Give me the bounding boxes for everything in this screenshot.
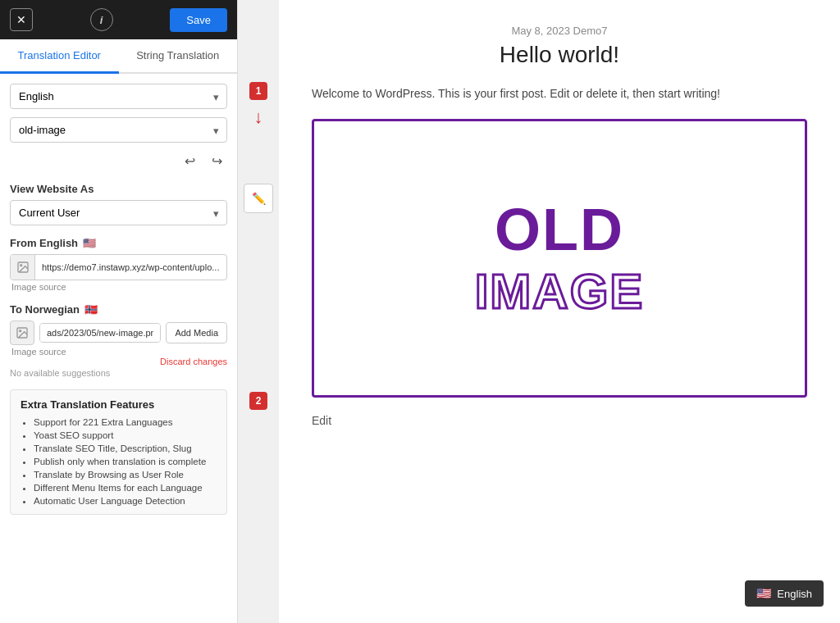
extra-features-list: Support for 221 Extra Languages Yoast SE… (21, 417, 217, 506)
undo-redo-bar: ↩ ↪ (10, 151, 227, 171)
left-panel: ✕ i Save Translation Editor String Trans… (0, 0, 238, 623)
from-english-label: From English 🇺🇸 (10, 237, 227, 249)
english-language-bar[interactable]: 🇺🇸 English (745, 580, 824, 607)
view-website-section: View Website As Current User (10, 180, 227, 225)
list-item: Translate by Browsing as User Role (34, 470, 217, 480)
post-meta: May 8, 2023 Demo7 (312, 25, 807, 37)
to-norwegian-row: Add Media (10, 321, 227, 345)
list-item: Publish only when translation is complet… (34, 457, 217, 466)
english-bar-label: English (777, 588, 812, 600)
view-website-label: View Website As (10, 183, 227, 195)
close-icon: ✕ (16, 13, 26, 26)
info-button[interactable]: i (90, 8, 113, 31)
list-item: Support for 221 Extra Languages (34, 417, 217, 427)
edit-label: Edit (312, 414, 807, 427)
svg-point-1 (20, 265, 21, 266)
image-preview: OLD IMAGE (312, 119, 807, 398)
no-suggestions-text: No available suggestions (10, 368, 227, 378)
us-flag-icon: 🇺🇸 (756, 586, 772, 601)
to-norwegian-section: To Norwegian 🇳🇴 Add Media Image source D… (10, 300, 227, 378)
badge-2: 2 (249, 392, 267, 410)
from-english-image-field (10, 254, 227, 280)
tab-string-translation[interactable]: String Translation (119, 39, 238, 74)
pencil-icon: ✏️ (252, 192, 266, 205)
from-english-field-label: Image source (11, 282, 227, 292)
current-user-select[interactable]: Current User (10, 200, 227, 225)
badge-1: 1 (249, 82, 267, 100)
old-text-line1: OLD (475, 200, 645, 259)
source-select[interactable]: old-image (10, 117, 227, 143)
add-media-button[interactable]: Add Media (166, 322, 227, 343)
old-image-text: OLD IMAGE (475, 200, 645, 316)
language-select[interactable]: English (10, 84, 227, 109)
post-excerpt: Welcome to WordPress. This is your first… (312, 84, 807, 102)
current-user-select-wrapper[interactable]: Current User (10, 200, 227, 225)
list-item: Different Menu Items for each Language (34, 483, 217, 493)
from-english-thumb (11, 255, 35, 280)
svg-point-3 (20, 330, 21, 332)
from-english-url-input[interactable] (35, 258, 226, 276)
language-select-wrapper[interactable]: English (10, 84, 227, 109)
extra-features-title: Extra Translation Features (21, 398, 217, 411)
to-norwegian-label: To Norwegian 🇳🇴 (10, 303, 227, 316)
from-english-section: From English 🇺🇸 Image source (10, 234, 227, 292)
to-norwegian-field-label: Image source (11, 347, 227, 357)
list-item: Translate SEO Title, Description, Slug (34, 443, 217, 453)
to-norwegian-thumb (10, 321, 34, 345)
extra-features-section: Extra Translation Features Support for 2… (10, 389, 227, 515)
close-button[interactable]: ✕ (10, 8, 33, 31)
redo-button[interactable]: ↪ (207, 151, 227, 171)
top-bar: ✕ i Save (0, 0, 237, 39)
to-norwegian-input-wrap[interactable] (39, 323, 161, 343)
right-content: May 8, 2023 Demo7 Hello world! Welcome t… (279, 0, 840, 623)
tab-translation-editor[interactable]: Translation Editor (0, 39, 119, 74)
old-text-line2: IMAGE (475, 267, 645, 316)
arrow-down-icon: ↓ (254, 108, 263, 126)
tab-bar: Translation Editor String Translation (0, 39, 237, 74)
middle-col: 1 ↓ ✏️ 2 (238, 0, 279, 623)
discard-changes-link[interactable]: Discard changes (10, 357, 227, 366)
to-norwegian-url-input[interactable] (40, 324, 160, 342)
english-flag: 🇺🇸 (83, 237, 96, 249)
post-title: Hello world! (312, 42, 807, 68)
save-button[interactable]: Save (170, 8, 227, 32)
undo-button[interactable]: ↩ (180, 151, 200, 171)
norwegian-flag: 🇳🇴 (84, 303, 98, 316)
edit-pencil-button[interactable]: ✏️ (244, 184, 273, 213)
panel-body: English old-image ↩ ↪ View Website As Cu… (0, 74, 237, 623)
list-item: Yoast SEO support (34, 430, 217, 440)
source-select-wrapper[interactable]: old-image (10, 117, 227, 143)
list-item: Automatic User Language Detection (34, 496, 217, 506)
info-icon: i (100, 14, 103, 26)
